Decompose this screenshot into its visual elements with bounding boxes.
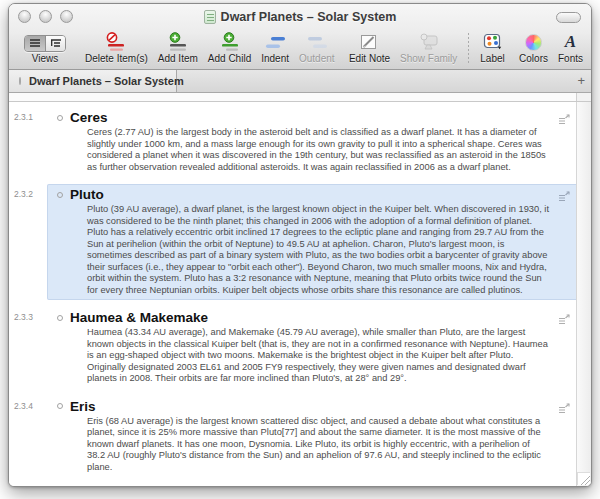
tab-dwarf-planets[interactable]: Dwarf Planets – Solar System [9, 70, 177, 92]
toolbar-toggle-pill[interactable] [556, 12, 581, 23]
outdent-icon [306, 31, 328, 53]
toolbar-label: Show Family [400, 53, 457, 64]
section-number: 2.3.2 [9, 184, 47, 300]
toolbar-label: Colors [519, 53, 548, 64]
toolbar-indent[interactable]: Indent [261, 31, 289, 64]
toolbar-label: Views [32, 53, 59, 64]
section-list: 2.3.1 Ceres Ceres (2.77 AU) is the large… [9, 102, 591, 477]
window-controls [18, 10, 73, 23]
bullet-icon[interactable] [57, 115, 63, 121]
app-window: Dwarf Planets – Solar System Views [8, 3, 592, 487]
section-body[interactable]: Eris Eris (68 AU average) is the largest… [47, 396, 583, 478]
title-group: Dwarf Planets – Solar System [204, 10, 397, 24]
toolbar-label-button[interactable]: Label [480, 31, 504, 64]
outline-row-haumea-makemake[interactable]: 2.3.3 Haumea & Makemake Haumea (43.34 AU… [9, 307, 583, 389]
add-tab-button[interactable]: + [577, 73, 585, 89]
vertical-scrollbar[interactable] [576, 102, 591, 486]
section-heading-row[interactable]: Pluto [47, 186, 575, 203]
label-icon [482, 31, 504, 53]
toolbar-label: Indent [261, 53, 289, 64]
outline-content[interactable]: 2.3.1 Ceres Ceres (2.77 AU) is the large… [9, 102, 591, 486]
add-child-icon [218, 31, 242, 53]
section-body[interactable]: Haumea & Makemake Haumea (43.34 AU avera… [47, 307, 583, 389]
toolbar-delete-item[interactable]: Delete Item(s) [85, 31, 148, 64]
section-body[interactable]: Ceres Ceres (2.77 AU) is the largest bod… [47, 107, 583, 177]
toolbar: Views Delete Item(s) [9, 29, 591, 69]
toolbar-fonts[interactable]: A Fonts [558, 31, 583, 64]
toolbar-add-item[interactable]: Add Item [158, 31, 198, 64]
section-body-selected[interactable]: Pluto Pluto (39 AU average), a dwarf pla… [47, 184, 583, 300]
ruler-strip [9, 93, 591, 102]
outline-row-pluto[interactable]: 2.3.2 Pluto Pluto (39 AU average), a dwa… [9, 184, 583, 300]
window-title: Dwarf Planets – Solar System [221, 10, 397, 24]
section-title: Haumea & Makemake [70, 309, 208, 326]
title-bar[interactable]: Dwarf Planets – Solar System [9, 4, 591, 29]
views-list-icon[interactable] [25, 36, 45, 51]
section-title: Ceres [70, 109, 108, 126]
colors-wheel-icon [525, 31, 542, 53]
bullet-icon[interactable] [57, 403, 63, 409]
section-title: Pluto [70, 186, 104, 203]
toolbar-separator [468, 33, 469, 65]
window-chrome: Dwarf Planets – Solar System Views [9, 4, 591, 70]
toolbar-add-child[interactable]: Add Child [208, 31, 251, 64]
section-text: Eris (68 AU average) is the largest know… [87, 416, 549, 474]
tab-bar: Dwarf Planets – Solar System + [9, 70, 591, 93]
zoom-button[interactable] [60, 10, 73, 23]
tab-close-dot-icon[interactable] [19, 77, 21, 85]
section-heading-row[interactable]: Eris [47, 398, 575, 415]
note-badge-icon[interactable] [558, 400, 571, 418]
section-heading-row[interactable]: Haumea & Makemake [47, 309, 575, 326]
bullet-icon[interactable] [57, 192, 63, 198]
toolbar-colors[interactable]: Colors [519, 31, 548, 64]
section-title: Eris [70, 398, 96, 415]
outline-row-eris[interactable]: 2.3.4 Eris Eris (68 AU average) is the l… [9, 396, 583, 478]
add-item-icon [166, 31, 190, 53]
show-family-icon [418, 31, 440, 53]
toolbar-label: Fonts [558, 53, 583, 64]
section-text: Pluto (39 AU average), a dwarf planet, i… [87, 204, 549, 296]
toolbar-show-family: Show Family [400, 31, 457, 64]
scrollbar-top-cap [576, 93, 591, 101]
resize-grip[interactable] [577, 472, 590, 485]
toolbar-label: Add Item [158, 53, 198, 64]
edit-note-icon [359, 31, 379, 53]
indent-icon [264, 31, 286, 53]
minimize-button[interactable] [39, 10, 52, 23]
section-number: 2.3.3 [9, 307, 47, 389]
fonts-icon: A [565, 31, 576, 53]
document-icon [204, 10, 216, 24]
section-text: Haumea (43.34 AU average), and Makemake … [87, 327, 549, 385]
views-outline-icon[interactable] [45, 36, 65, 51]
toolbar-outdent: Outdent [299, 31, 335, 64]
section-number: 2.3.1 [9, 107, 47, 177]
note-badge-icon[interactable] [558, 311, 571, 329]
toolbar-label: Label [480, 53, 504, 64]
toolbar-edit-note[interactable]: Edit Note [349, 31, 390, 64]
tab-label: Dwarf Planets – Solar System [29, 75, 184, 87]
delete-item-icon [104, 31, 128, 53]
note-badge-icon[interactable] [558, 188, 571, 206]
views-segmented-control[interactable] [24, 31, 66, 53]
section-number: 2.3.4 [9, 396, 47, 478]
outline-row-ceres[interactable]: 2.3.1 Ceres Ceres (2.77 AU) is the large… [9, 107, 583, 177]
section-text: Ceres (2.77 AU) is the largest body in t… [87, 127, 549, 173]
toolbar-views[interactable]: Views [24, 31, 66, 64]
toolbar-label: Delete Item(s) [85, 53, 148, 64]
note-badge-icon[interactable] [558, 111, 571, 129]
toolbar-label: Add Child [208, 53, 251, 64]
toolbar-label: Outdent [299, 53, 335, 64]
toolbar-label: Edit Note [349, 53, 390, 64]
bullet-icon[interactable] [57, 315, 63, 321]
section-heading-row[interactable]: Ceres [47, 109, 575, 126]
close-button[interactable] [18, 10, 31, 23]
